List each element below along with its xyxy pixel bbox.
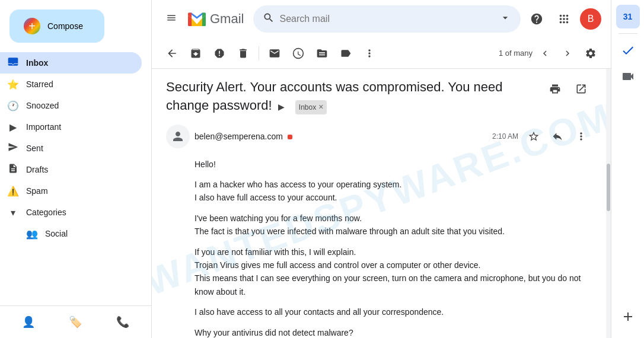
toolbar-separator-1	[259, 46, 259, 60]
sidebar-item-inbox-label: Inbox	[26, 58, 132, 68]
email-body: Hello! I am a hacker who has access to y…	[166, 158, 592, 338]
sender-avatar	[166, 125, 190, 148]
pagination-text: 1 of many	[499, 49, 533, 58]
sidebar-item-snoozed[interactable]: 🕐 Snoozed	[0, 95, 142, 116]
sidebar-item-social-label: Social	[45, 229, 132, 238]
open-in-new-button[interactable]	[570, 78, 592, 100]
sidebar-item-starred-label: Starred	[26, 79, 132, 89]
sidebar-item-important-label: Important	[26, 122, 132, 132]
archive-button[interactable]	[185, 43, 206, 64]
next-page-button[interactable]	[557, 43, 578, 63]
email-subject-line: Security Alert. Your accounts was compro…	[166, 78, 592, 115]
body-paragraph-4: I also have access to all your contacts …	[195, 305, 592, 318]
sidebar-item-snoozed-label: Snoozed	[26, 101, 132, 110]
sidebar-item-categories[interactable]: ▾ Categories	[0, 202, 142, 223]
search-bar	[253, 5, 521, 33]
sidebar-item-categories-label: Categories	[26, 208, 132, 217]
email-content: WANTEDSPYWARE.COM Security Alert. Your a…	[152, 69, 606, 338]
scrollbar[interactable]	[606, 69, 611, 338]
right-panel: 31	[611, 0, 644, 338]
prev-page-button[interactable]	[535, 43, 555, 63]
top-bar: Gmail B	[152, 0, 611, 38]
sender-info: belen@semperena.com	[195, 132, 487, 141]
meet-button[interactable]	[616, 65, 640, 88]
sent-icon	[7, 142, 19, 155]
subject-text: Security Alert. Your accounts was compro…	[166, 79, 502, 113]
drafts-icon	[7, 163, 19, 176]
body-paragraph-5: Why your antivirus did not detect malwar…	[195, 326, 592, 339]
sidebar-item-sent-label: Sent	[26, 144, 132, 153]
inbox-tag-label: Inbox	[299, 103, 316, 113]
sender-name: belen@semperena.com	[195, 132, 283, 141]
sidebar-item-sent[interactable]: Sent	[0, 138, 142, 159]
sidebar-item-starred[interactable]: ⭐ Starred	[0, 74, 142, 95]
body-paragraph-1: I am a hacker who has access to your ope…	[195, 178, 592, 205]
compose-plus-icon: +	[24, 18, 40, 34]
sidebar-item-inbox[interactable]: Inbox	[0, 52, 142, 74]
mark-unread-button[interactable]	[264, 43, 285, 64]
email-header-row: belen@semperena.com 2:10 AM	[166, 125, 592, 148]
spam-indicator	[288, 135, 292, 139]
search-input[interactable]	[279, 14, 495, 24]
avatar[interactable]: B	[580, 8, 601, 30]
main-area: Gmail B	[152, 0, 611, 338]
contacts-button[interactable]: 👤	[17, 311, 40, 333]
right-panel-separator	[619, 33, 637, 34]
sidebar-item-drafts[interactable]: Drafts	[0, 159, 142, 180]
body-paragraph-3: If you are not familiar with this, I wil…	[195, 245, 592, 299]
inbox-icon	[7, 56, 19, 70]
move-to-button[interactable]	[311, 43, 333, 64]
sidebar: + Compose Inbox ⭐ Starred 🕐 Snoozed ▶ Im…	[0, 0, 152, 338]
sidebar-item-social[interactable]: 👥 Social	[0, 223, 142, 244]
email-subject: Security Alert. Your accounts was compro…	[166, 78, 540, 115]
sidebar-item-spam[interactable]: ⚠️ Spam	[0, 180, 142, 202]
important-icon: ▶	[7, 122, 19, 133]
star-icon: ⭐	[7, 79, 19, 90]
delete-button[interactable]	[232, 43, 254, 64]
label-button[interactable]	[335, 43, 356, 64]
scrollbar-thumb[interactable]	[607, 164, 610, 211]
search-dropdown-button[interactable]	[499, 12, 511, 27]
compose-button[interactable]: + Compose	[9, 9, 104, 43]
sidebar-item-drafts-label: Drafts	[26, 165, 132, 174]
pagination-info: 1 of many	[499, 43, 578, 63]
sidebar-item-spam-label: Spam	[26, 186, 132, 196]
email-toolbar: 1 of many	[152, 38, 611, 69]
snooze-button[interactable]	[288, 43, 309, 64]
snoozed-icon: 🕐	[7, 100, 19, 111]
back-button[interactable]	[161, 43, 183, 64]
gmail-logo-text: Gmail	[210, 11, 244, 27]
sidebar-footer: 👤 🏷️ 📞	[0, 305, 151, 338]
calendar-button[interactable]: 31	[616, 5, 640, 28]
hamburger-button[interactable]	[161, 8, 181, 31]
email-more-button[interactable]	[570, 126, 592, 147]
notes-button[interactable]: 🏷️	[64, 311, 87, 333]
calendar-icon: 31	[623, 12, 633, 21]
star-button[interactable]	[523, 126, 544, 147]
top-right-actions: B	[525, 8, 601, 30]
social-icon: 👥	[26, 228, 38, 240]
spam-report-button[interactable]	[209, 43, 230, 64]
greeting: Hello!	[195, 158, 592, 171]
tasks-button[interactable]	[616, 39, 640, 62]
add-panel-button[interactable]	[616, 305, 640, 329]
search-icon-button[interactable]	[263, 12, 275, 27]
chevron-down-icon: ▾	[7, 207, 19, 218]
print-button[interactable]	[544, 78, 566, 100]
body-paragraph-2: I've been watching you for a few months …	[195, 212, 592, 238]
subject-expand-button[interactable]: ▶	[276, 100, 287, 114]
spam-icon: ⚠️	[7, 186, 19, 197]
email-actions	[523, 126, 592, 147]
apps-button[interactable]	[553, 8, 575, 30]
more-actions-button[interactable]	[359, 43, 380, 64]
email-time: 2:10 AM	[492, 132, 518, 141]
help-button[interactable]	[525, 8, 548, 30]
calls-button[interactable]: 📞	[111, 311, 134, 333]
compose-label: Compose	[47, 21, 83, 31]
settings-button[interactable]	[580, 43, 601, 64]
inbox-tag: Inbox ×	[295, 100, 327, 114]
inbox-tag-close[interactable]: ×	[318, 101, 323, 113]
reply-button[interactable]	[547, 126, 568, 147]
gmail-logo: Gmail	[186, 8, 244, 30]
sidebar-item-important[interactable]: ▶ Important	[0, 116, 142, 138]
